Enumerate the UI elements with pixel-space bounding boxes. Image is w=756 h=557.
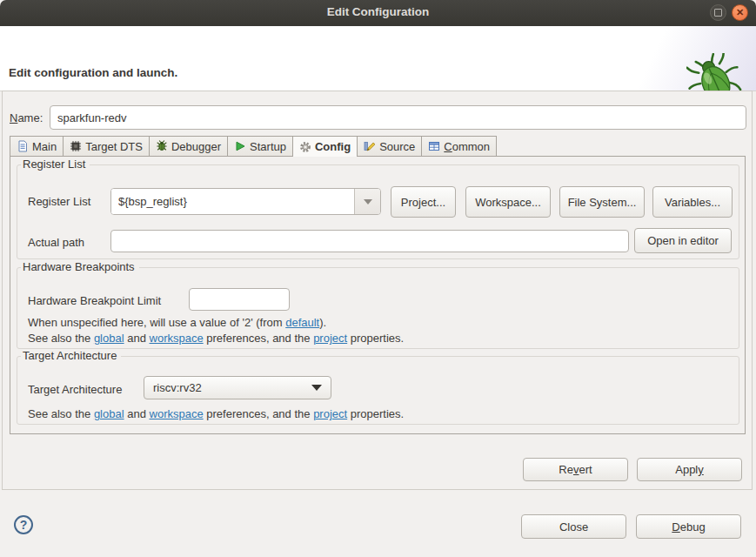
close-button[interactable]: Close: [521, 514, 626, 539]
play-icon: [234, 140, 246, 152]
target-architecture-group-title: Target Architecture: [21, 349, 121, 362]
target-architecture-value: riscv:rv32: [153, 381, 311, 394]
window-title: Edit Configuration: [0, 5, 756, 18]
project-button[interactable]: Project...: [391, 186, 456, 218]
tab-label: Debugger: [171, 140, 221, 153]
titlebar: Edit Configuration ✕: [0, 0, 756, 27]
pencil-icon: [364, 140, 376, 152]
document-icon: [17, 140, 29, 152]
config-tab-content: Register List Register List Project... W…: [10, 156, 746, 434]
global-preferences-link[interactable]: global: [94, 407, 124, 420]
tab-label: Source: [379, 140, 415, 153]
chip-icon: [70, 140, 82, 152]
revert-button[interactable]: Revert: [523, 458, 628, 481]
name-input[interactable]: [50, 105, 746, 130]
target-architecture-group: Target Architecture Target Architecture …: [17, 356, 739, 425]
main-panel: Name: Main Target DTS Debugger: [2, 91, 753, 490]
gear-icon: [299, 141, 311, 153]
workspace-button[interactable]: Workspace...: [465, 186, 551, 218]
hw-breakpoint-note-line2: See also the global and workspace prefer…: [28, 332, 404, 345]
register-list-group-title: Register List: [21, 158, 90, 171]
close-window-button[interactable]: ✕: [732, 4, 748, 21]
tab-common[interactable]: Common: [422, 136, 497, 156]
register-list-label: Register List: [28, 195, 90, 208]
tab-config[interactable]: Config: [293, 136, 358, 157]
file-system-button[interactable]: File System...: [559, 186, 645, 218]
actual-path-label: Actual path: [28, 236, 84, 249]
debug-button[interactable]: Debug: [636, 514, 741, 539]
hardware-breakpoints-group: Hardware Breakpoints Hardware Breakpoint…: [17, 267, 739, 349]
tab-label: Common: [444, 140, 490, 153]
target-architecture-select[interactable]: riscv:rv32: [144, 376, 331, 399]
dialog-header: Edit configuration and launch.: [0, 26, 756, 91]
target-architecture-note: See also the global and workspace prefer…: [28, 407, 404, 420]
tab-source[interactable]: Source: [358, 136, 422, 156]
tab-main[interactable]: Main: [10, 136, 64, 156]
chevron-down-icon: [364, 199, 372, 205]
default-link[interactable]: default: [285, 316, 319, 329]
register-list-group: Register List Register List Project... W…: [17, 164, 739, 259]
project-properties-link[interactable]: project: [313, 332, 347, 345]
header-message: Edit configuration and launch.: [9, 66, 177, 79]
target-architecture-label: Target Architecture: [28, 383, 122, 396]
tab-debugger[interactable]: Debugger: [150, 136, 228, 156]
hardware-breakpoints-group-title: Hardware Breakpoints: [21, 260, 139, 273]
tab-label: Target DTS: [85, 140, 143, 153]
register-list-combo: [110, 188, 381, 215]
tab-target-dts[interactable]: Target DTS: [64, 136, 150, 156]
help-button[interactable]: ?: [14, 515, 33, 534]
register-list-dropdown-button[interactable]: [354, 189, 380, 214]
chevron-down-icon: [311, 385, 322, 391]
bug-icon: [156, 140, 168, 152]
tab-strip: Main Target DTS Debugger Startup: [10, 136, 746, 156]
workspace-preferences-link[interactable]: workspace: [150, 332, 204, 345]
register-list-input[interactable]: [111, 189, 354, 214]
tab-startup[interactable]: Startup: [228, 136, 293, 156]
window-controls: ✕: [710, 4, 748, 21]
apply-button[interactable]: Apply: [637, 458, 742, 481]
workspace-preferences-link[interactable]: workspace: [150, 407, 204, 420]
name-label: Name:: [10, 111, 43, 124]
maximize-button[interactable]: [710, 4, 726, 21]
table-icon: [428, 140, 440, 152]
tab-label: Main: [32, 140, 57, 153]
actual-path-input[interactable]: [110, 230, 629, 252]
close-icon: ✕: [736, 8, 744, 17]
open-in-editor-button[interactable]: Open in editor: [634, 228, 732, 253]
question-mark-icon: ?: [20, 518, 28, 532]
edit-configuration-dialog: Edit Configuration ✕ Edit configuration …: [0, 0, 756, 557]
global-preferences-link[interactable]: global: [94, 332, 124, 345]
project-properties-link[interactable]: project: [313, 407, 347, 420]
dialog-footer: ? Close Debug: [0, 490, 756, 557]
maximize-icon: [714, 9, 722, 17]
variables-button[interactable]: Variables...: [652, 186, 733, 218]
hw-breakpoint-limit-label: Hardware Breakpoint Limit: [28, 294, 161, 307]
hw-breakpoint-note-line1: When unspecified here, will use a value …: [28, 316, 326, 329]
hw-breakpoint-limit-input[interactable]: [189, 288, 290, 311]
tab-label: Config: [315, 140, 351, 153]
tab-label: Startup: [250, 140, 286, 153]
